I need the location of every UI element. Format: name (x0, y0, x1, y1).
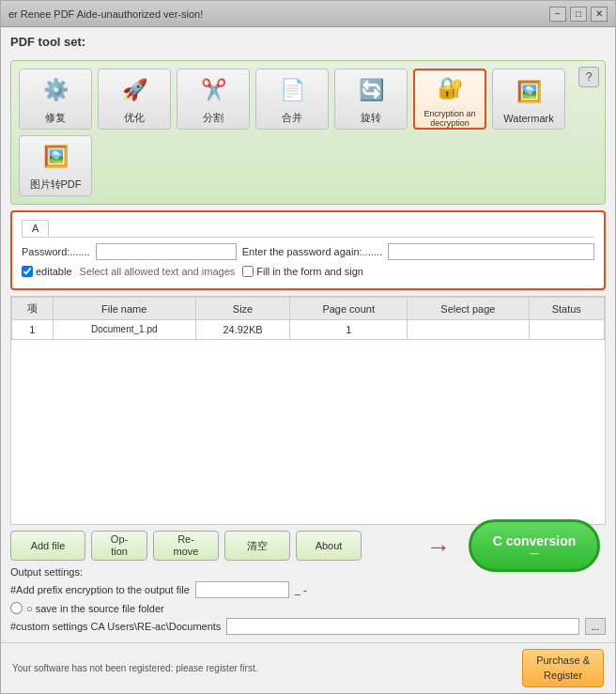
tool-split[interactable]: ✂️ 分割 (177, 69, 250, 130)
option-button[interactable]: Op-tion (91, 531, 147, 561)
cell-index: 1 (12, 320, 54, 340)
prefix-value: _ - (295, 584, 307, 595)
toolbar-area: ⚙️ 修复 🚀 优化 ✂️ 分割 📄 合并 🔄 旋转 (10, 60, 606, 205)
custom-path-label: #custom settings CA Users\RE-ac\Document… (10, 621, 221, 632)
action-buttons-row: Add file Op-tion Re-move 清空 About → C co… (10, 531, 606, 561)
cell-filename: Document_1.pd (53, 320, 195, 340)
file-table: 项 File name Size Page count Select page … (11, 297, 605, 340)
minimize-button[interactable]: − (549, 7, 566, 22)
encrypt-label: Encryption an decryption (415, 109, 485, 128)
maximize-button[interactable]: □ (570, 7, 587, 22)
main-window: er Renee PDF Aide-unauthorized ver-sion!… (0, 0, 616, 694)
custom-path-row: #custom settings CA Users\RE-ac\Document… (10, 618, 606, 635)
fill-form-label: Fill in the form and sign (256, 266, 363, 277)
split-label: 分割 (203, 111, 223, 125)
purchase-register-button[interactable]: Purchase &Register (522, 649, 604, 687)
save-source-row: ○ save in the source file folder (10, 602, 606, 614)
tool-repair[interactable]: ⚙️ 修复 (19, 69, 92, 130)
settings-tabs: A (22, 220, 594, 238)
prefix-input[interactable] (195, 581, 289, 598)
table-row[interactable]: 1 Document_1.pd 24.92KB 1 (12, 320, 605, 340)
tool-encrypt[interactable]: 🔐 Encryption an decryption (413, 69, 486, 130)
password-again-input[interactable] (388, 243, 594, 260)
merge-icon: 📄 (275, 73, 309, 107)
watermark-icon: 🖼️ (512, 75, 546, 109)
img2pdf-icon: 🖼️ (38, 140, 72, 174)
rotate-label: 旋转 (361, 111, 381, 125)
close-button[interactable]: ✕ (591, 7, 608, 22)
col-status: Status (529, 298, 604, 320)
col-size: Size (195, 298, 289, 320)
cell-selectpage (408, 320, 529, 340)
prefix-label: #Add prefix encryption to the output fil… (10, 584, 190, 595)
content-area: PDF tool set: ⚙️ 修复 🚀 优化 ✂️ 分割 📄 (1, 27, 615, 642)
merge-label: 合并 (282, 111, 302, 125)
tool-rotate[interactable]: 🔄 旋转 (334, 69, 408, 130)
fill-form-checkbox[interactable] (242, 266, 254, 277)
select-all-text: Select all allowed text and images (80, 266, 236, 277)
col-filename: File name (53, 298, 195, 320)
perm-editable: editable (22, 266, 72, 277)
editable-label: editable (36, 266, 72, 277)
toolbar: ⚙️ 修复 🚀 优化 ✂️ 分割 📄 合并 🔄 旋转 (19, 69, 597, 196)
window-controls: − □ ✕ (549, 7, 608, 22)
cell-status (529, 320, 604, 340)
save-source-label: ○ save in the source file folder (26, 603, 164, 614)
tool-optimize[interactable]: 🚀 优化 (98, 69, 171, 130)
conversion-underscore: — (530, 548, 539, 559)
password-label: Password:....... (22, 246, 90, 257)
repair-label: 修复 (45, 111, 66, 125)
save-source-radio[interactable] (10, 602, 23, 614)
editable-checkbox[interactable] (22, 266, 33, 277)
footer-bar: Your software has not been registered: p… (1, 642, 615, 693)
col-selectpage: Select page (408, 298, 529, 320)
prefix-row: #Add prefix encryption to the output fil… (10, 581, 606, 598)
remove-label: Re-move (174, 533, 199, 558)
purchase-label: Purchase &Register (536, 655, 590, 680)
tool-merge[interactable]: 📄 合并 (255, 69, 329, 130)
output-section: Output settings: #Add prefix encryption … (10, 566, 606, 635)
col-index: 项 (12, 298, 54, 320)
title-bar: er Renee PDF Aide-unauthorized ver-sion!… (1, 1, 615, 27)
tab-a[interactable]: A (22, 220, 49, 237)
help-button[interactable]: ? (578, 67, 599, 87)
password-again-label: Enter the password again:....... (242, 246, 382, 257)
repair-icon: ⚙️ (38, 73, 72, 107)
optimize-icon: 🚀 (117, 73, 151, 107)
browse-button[interactable]: ... (585, 618, 606, 635)
option-label: Op-tion (111, 533, 128, 558)
clear-button[interactable]: 清空 (224, 531, 290, 561)
col-pagecount: Page count (290, 298, 408, 320)
settings-panel: A Password:....... Enter the password ag… (10, 210, 606, 290)
file-table-container: 项 File name Size Page count Select page … (10, 296, 606, 525)
password-input[interactable] (96, 243, 237, 260)
custom-path-input[interactable] (226, 618, 579, 635)
conversion-label: C conversion (493, 533, 577, 548)
tool-img2pdf[interactable]: 🖼️ 图片转PDF (19, 135, 92, 196)
conversion-button[interactable]: C conversion — (469, 519, 600, 572)
cell-pagecount: 1 (290, 320, 408, 340)
perm-fill-form: Fill in the form and sign (242, 266, 363, 277)
conversion-button-wrapper: C conversion — (469, 519, 600, 572)
section-title: PDF tool set: (10, 35, 606, 49)
window-title: er Renee PDF Aide-unauthorized ver-sion! (8, 8, 203, 20)
watermark-label: Watermark (503, 113, 553, 124)
permissions-row: editable Select all allowed text and ima… (22, 266, 594, 277)
remove-button[interactable]: Re-move (153, 531, 219, 561)
add-file-button[interactable]: Add file (10, 531, 85, 561)
split-icon: ✂️ (196, 73, 230, 107)
img2pdf-label: 图片转PDF (30, 177, 82, 192)
tool-watermark[interactable]: 🖼️ Watermark (492, 69, 565, 130)
cell-size: 24.92KB (195, 320, 289, 340)
password-row: Password:....... Enter the password agai… (22, 243, 594, 260)
about-button[interactable]: About (296, 531, 362, 561)
footer-message: Your software has not been registered: p… (12, 663, 257, 673)
arrow-indicator: → (426, 532, 451, 562)
rotate-icon: 🔄 (354, 73, 388, 107)
encrypt-icon: 🔐 (433, 71, 467, 105)
optimize-label: 优化 (124, 111, 145, 125)
